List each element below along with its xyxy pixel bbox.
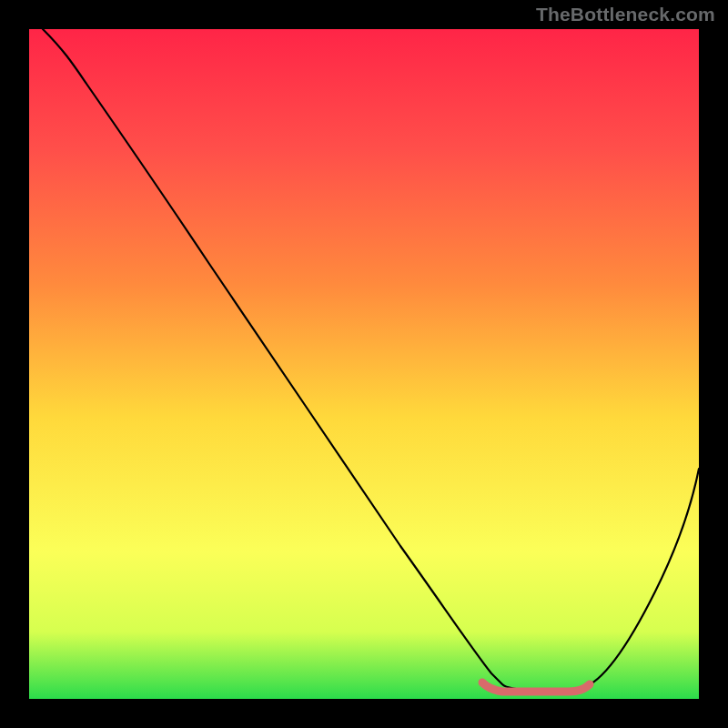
watermark-text: TheBottleneck.com bbox=[536, 4, 715, 25]
chart-stage: { "watermark": "TheBottleneck.com", "col… bbox=[0, 0, 728, 728]
plot-area bbox=[29, 29, 699, 699]
chart-svg bbox=[0, 0, 728, 728]
